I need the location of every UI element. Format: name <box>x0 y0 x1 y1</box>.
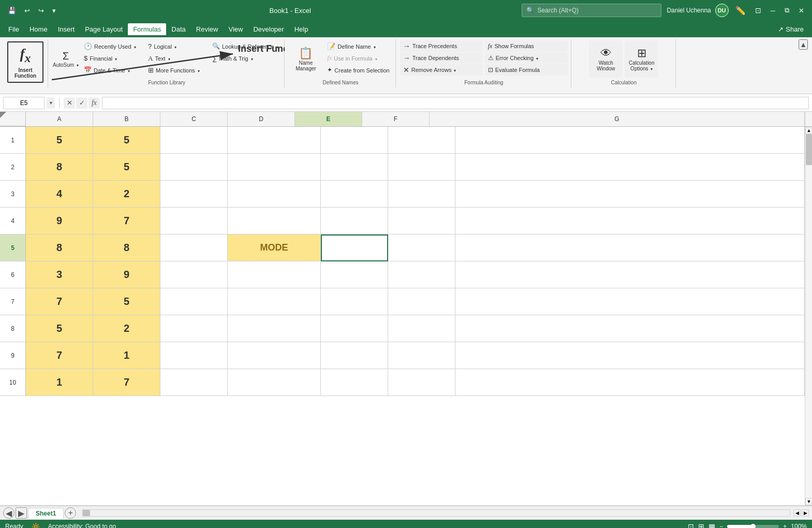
row-header-5[interactable]: 5 <box>0 234 26 261</box>
add-sheet-button[interactable]: + <box>65 507 76 519</box>
col-header-g[interactable]: G <box>430 112 805 126</box>
cell-c6[interactable] <box>160 261 228 288</box>
cell-c3[interactable] <box>160 181 228 208</box>
cell-c9[interactable] <box>160 342 228 369</box>
cell-b7[interactable]: 5 <box>93 288 160 315</box>
cell-a2[interactable]: 8 <box>26 154 93 181</box>
formula-bar-menu-button[interactable]: ▾ <box>47 97 55 109</box>
use-in-formula-button[interactable]: fx Use in Formula ▾ <box>324 52 392 64</box>
cell-c4[interactable] <box>160 208 228 234</box>
cell-g1[interactable] <box>455 127 805 154</box>
cell-a8[interactable]: 5 <box>26 315 93 342</box>
menu-home[interactable]: Home <box>24 23 53 35</box>
cell-e8[interactable] <box>321 315 388 342</box>
cell-c1[interactable] <box>160 127 228 154</box>
insert-function-button[interactable]: fx InsertFunction <box>7 41 43 83</box>
close-button[interactable]: ✕ <box>796 6 807 16</box>
menu-data[interactable]: Data <box>166 23 190 35</box>
col-header-d[interactable]: D <box>228 112 295 126</box>
row-header-2[interactable]: 2 <box>0 154 26 181</box>
row-header-1[interactable]: 1 <box>0 127 26 154</box>
cell-b3[interactable]: 2 <box>93 181 160 208</box>
math-trig-button[interactable]: ∑ Math & Trig ▾ <box>210 52 281 64</box>
cell-e7[interactable] <box>321 288 388 315</box>
cell-e1[interactable] <box>321 127 388 154</box>
cell-d8[interactable] <box>228 315 321 342</box>
cell-g8[interactable] <box>455 315 805 342</box>
cell-f4[interactable] <box>388 208 455 234</box>
cell-b10[interactable]: 7 <box>93 369 160 396</box>
autosum-button[interactable]: Σ AutoSum ▾ <box>52 40 79 78</box>
cancel-formula-button[interactable]: ✕ <box>64 97 75 109</box>
zoom-slider[interactable] <box>727 525 779 528</box>
cell-g2[interactable] <box>455 154 805 181</box>
cell-e2[interactable] <box>321 154 388 181</box>
define-name-button[interactable]: 📝 Define Name ▾ <box>324 40 392 52</box>
cell-d6[interactable] <box>228 261 321 288</box>
cell-f8[interactable] <box>388 315 455 342</box>
col-header-b[interactable]: B <box>93 112 160 126</box>
page-layout-icon[interactable]: ⊞ <box>698 522 704 528</box>
cell-c2[interactable] <box>160 154 228 181</box>
cell-b4[interactable]: 7 <box>93 208 160 234</box>
sheet-tab-sheet1[interactable]: Sheet1 <box>28 508 64 519</box>
col-header-f[interactable]: F <box>362 112 430 126</box>
cell-f6[interactable] <box>388 261 455 288</box>
insert-function-fbar-button[interactable]: fx <box>88 97 100 109</box>
logical-button[interactable]: ? Logical ▾ <box>145 40 208 52</box>
undo-button[interactable]: ↩ <box>22 6 33 16</box>
cell-c7[interactable] <box>160 288 228 315</box>
cell-a1[interactable]: 5 <box>26 127 93 154</box>
cell-a4[interactable]: 9 <box>26 208 93 234</box>
cell-d1[interactable] <box>228 127 321 154</box>
share-button[interactable]: ↗ Share <box>778 25 804 33</box>
cell-reference-box[interactable] <box>3 97 45 109</box>
hscroll-left-button[interactable]: ◀ <box>793 509 801 517</box>
cell-d2[interactable] <box>228 154 321 181</box>
cell-e9[interactable] <box>321 342 388 369</box>
ribbon-collapse-button[interactable]: ▲ <box>799 39 808 50</box>
cell-f1[interactable] <box>388 127 455 154</box>
cell-e3[interactable] <box>321 181 388 208</box>
cell-c10[interactable] <box>160 369 228 396</box>
cell-f3[interactable] <box>388 181 455 208</box>
menu-view[interactable]: View <box>223 23 248 35</box>
cell-g7[interactable] <box>455 288 805 315</box>
cell-f9[interactable] <box>388 342 455 369</box>
horizontal-scrollbar[interactable] <box>82 509 790 517</box>
cell-c5[interactable] <box>160 234 228 261</box>
cell-f2[interactable] <box>388 154 455 181</box>
cell-b2[interactable]: 5 <box>93 154 160 181</box>
row-header-6[interactable]: 6 <box>0 261 26 288</box>
watch-window-button[interactable]: 👁 WatchWindow <box>589 40 623 78</box>
col-header-e[interactable]: E <box>295 112 362 126</box>
create-from-selection-button[interactable]: ✦ Create from Selection <box>324 64 392 76</box>
cell-g4[interactable] <box>455 208 805 234</box>
confirm-formula-button[interactable]: ✓ <box>76 97 87 109</box>
col-header-a[interactable]: A <box>26 112 93 126</box>
cell-e4[interactable] <box>321 208 388 234</box>
cell-d9[interactable] <box>228 342 321 369</box>
hscroll-right-button[interactable]: ▶ <box>802 509 809 517</box>
cell-e10[interactable] <box>321 369 388 396</box>
cell-d10[interactable] <box>228 369 321 396</box>
cell-d4[interactable] <box>228 208 321 234</box>
menu-developer[interactable]: Developer <box>248 23 289 35</box>
search-bar[interactable]: 🔍 Search (Alt+Q) <box>522 4 661 17</box>
row-header-3[interactable]: 3 <box>0 181 26 208</box>
normal-view-icon[interactable]: ⊡ <box>688 522 694 528</box>
row-header-4[interactable]: 4 <box>0 208 26 234</box>
horizontal-scroll-thumb[interactable] <box>83 510 90 516</box>
date-time-button[interactable]: 📅 Date & Time ▾ <box>81 64 143 76</box>
menu-file[interactable]: File <box>3 23 24 35</box>
cell-f5[interactable] <box>388 234 455 261</box>
cell-b1[interactable]: 5 <box>93 127 160 154</box>
cell-d7[interactable] <box>228 288 321 315</box>
error-checking-button[interactable]: ⚠ Error Checking ▾ <box>485 52 568 64</box>
row-header-8[interactable]: 8 <box>0 315 26 342</box>
save-button[interactable]: 💾 <box>5 6 19 16</box>
cell-b9[interactable]: 1 <box>93 342 160 369</box>
scroll-thumb[interactable] <box>806 134 812 165</box>
cell-a6[interactable]: 3 <box>26 261 93 288</box>
menu-insert[interactable]: Insert <box>53 23 80 35</box>
